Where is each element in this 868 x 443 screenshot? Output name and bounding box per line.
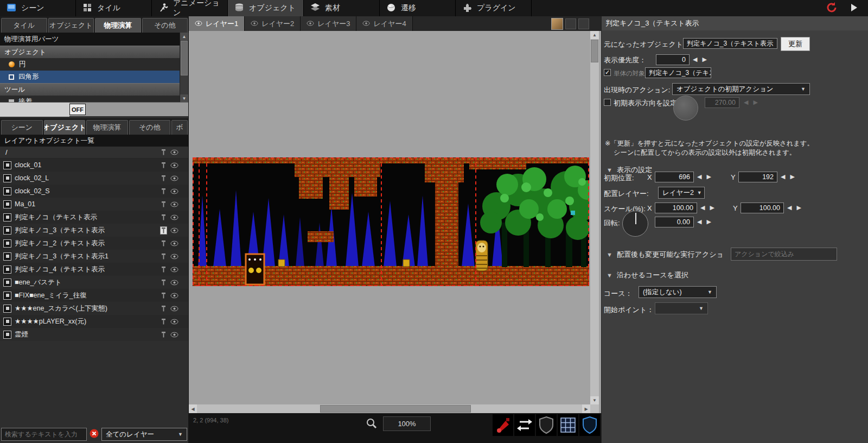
physics-item-circle[interactable]: 円 xyxy=(0,58,180,71)
eye-icon[interactable] xyxy=(170,332,178,338)
physics-scrollbar[interactable]: ▲ ▼ xyxy=(180,33,188,102)
scroll-left-icon[interactable]: ◀ xyxy=(189,404,197,413)
eye-icon[interactable] xyxy=(170,241,178,246)
menu-tab-animation[interactable]: アニメーション xyxy=(152,0,228,16)
list-item[interactable]: ■FIX■ene_ミイラ_往復 xyxy=(0,289,188,302)
menu-tab-object[interactable]: オブジェクト xyxy=(228,0,304,16)
layer-tab-2[interactable]: レイヤー2 xyxy=(245,16,301,31)
tab-physics[interactable]: 物理演算 xyxy=(95,18,141,33)
eye-icon[interactable] xyxy=(170,293,178,299)
scrollbar-thumb[interactable] xyxy=(181,41,188,75)
spin-left-icon[interactable]: ◀ xyxy=(693,56,697,63)
tab-object-list[interactable]: オブジェクト xyxy=(44,120,86,135)
eye-icon[interactable] xyxy=(170,280,178,286)
action-filter-input[interactable] xyxy=(731,248,837,261)
eye-icon[interactable] xyxy=(170,162,178,168)
eye-icon[interactable] xyxy=(170,214,178,220)
shield-tool-icon[interactable] xyxy=(536,414,557,436)
pin-icon[interactable] xyxy=(161,266,167,273)
zoom-magnifier-icon[interactable] xyxy=(366,417,378,431)
priority-value[interactable]: 0 xyxy=(656,54,690,65)
vertical-scrollbar[interactable]: ▲ ▼ xyxy=(590,31,599,404)
shield-blue-tool-icon[interactable] xyxy=(579,414,600,436)
list-item[interactable]: ★★★ene_スカラベ(上下実態) xyxy=(0,302,188,315)
layer-visibility-icon[interactable] xyxy=(251,20,258,28)
scroll-right-icon[interactable]: ▶ xyxy=(582,404,590,413)
eye-icon[interactable] xyxy=(170,227,178,233)
scrollbar-thumb[interactable] xyxy=(591,40,598,62)
eye-icon[interactable] xyxy=(170,149,178,155)
tab-clipped[interactable]: ボ xyxy=(171,120,188,135)
pin-icon[interactable] xyxy=(161,292,167,299)
initial-direction-checkbox[interactable] xyxy=(604,99,611,106)
menu-tab-material[interactable]: 素材 xyxy=(304,0,380,16)
eye-icon[interactable] xyxy=(170,175,178,181)
tab-other-list[interactable]: その他 xyxy=(129,120,171,135)
eye-icon[interactable] xyxy=(170,306,178,312)
scroll-up-icon[interactable]: ▲ xyxy=(590,31,599,39)
pin-icon[interactable] xyxy=(161,201,167,208)
spin-right-icon[interactable]: ▶ xyxy=(702,56,706,63)
physics-item-glue[interactable]: 接着 xyxy=(0,96,180,102)
zoom-level[interactable]: 100% xyxy=(383,416,431,431)
pin-icon[interactable] xyxy=(161,162,167,169)
spin-right-icon[interactable]: ▶ xyxy=(706,218,711,225)
list-item[interactable]: 判定キノコ_3（テキスト表示1 xyxy=(0,250,188,263)
pin-icon[interactable] xyxy=(161,305,167,312)
list-item[interactable]: clock_01 xyxy=(0,159,188,172)
eye-icon[interactable] xyxy=(170,254,178,260)
eye-icon[interactable] xyxy=(170,188,178,194)
transform-tool-icon[interactable] xyxy=(514,414,535,436)
pin-icon[interactable] xyxy=(161,227,167,234)
physics-off-toggle[interactable]: OFF xyxy=(69,104,86,115)
canvas-tool-icon[interactable] xyxy=(565,18,576,29)
scrollbar-thumb[interactable] xyxy=(320,405,471,413)
layer-filter-dropdown[interactable]: 全てのレイヤー ▼ xyxy=(101,428,187,441)
section-collapse-icon[interactable]: ▼ xyxy=(607,272,612,279)
group-tool[interactable]: ツール xyxy=(0,83,180,96)
placement-layer-dropdown[interactable]: レイヤー2 ▼ xyxy=(658,187,705,199)
menu-tab-plugin[interactable]: プラグイン xyxy=(456,0,532,16)
group-object[interactable]: オブジェクト xyxy=(0,46,180,58)
scale-x-value[interactable]: 100.00 xyxy=(655,202,697,213)
spin-right-icon[interactable]: ▶ xyxy=(706,173,711,180)
position-x-value[interactable]: 696 xyxy=(655,172,694,182)
direction-dial[interactable] xyxy=(673,96,698,121)
list-item[interactable]: 判定キノコ（テキスト表示 xyxy=(0,211,188,224)
position-y-value[interactable]: 192 xyxy=(738,172,777,182)
list-item[interactable]: clock_02_S xyxy=(0,185,188,198)
clear-search-icon[interactable] xyxy=(90,429,99,440)
tab-object[interactable]: オブジェクト xyxy=(48,18,94,33)
scroll-down-icon[interactable]: ▼ xyxy=(590,396,599,404)
layer-visibility-icon[interactable] xyxy=(362,20,370,28)
play-icon[interactable] xyxy=(848,2,859,15)
start-point-dropdown[interactable]: ▼ xyxy=(655,302,708,314)
spin-right-icon[interactable]: ▶ xyxy=(710,204,714,211)
pin-icon[interactable] xyxy=(161,214,167,221)
spin-right-icon[interactable]: ▶ xyxy=(790,173,794,180)
list-item[interactable]: 霊煙 xyxy=(0,328,188,341)
eye-icon[interactable] xyxy=(170,267,178,273)
menu-tab-transition[interactable]: 遷移 xyxy=(380,0,456,16)
section-collapse-icon[interactable]: ▼ xyxy=(607,251,612,258)
pin-icon[interactable] xyxy=(161,175,167,182)
layer-tab-1[interactable]: レイヤー1 xyxy=(189,16,245,31)
pin-icon[interactable] xyxy=(161,253,167,260)
tab-other[interactable]: その他 xyxy=(142,18,188,33)
pin-icon[interactable] xyxy=(161,188,167,195)
canvas-tool-icon[interactable] xyxy=(578,18,589,29)
layer-tab-3[interactable]: レイヤー3 xyxy=(301,16,356,31)
grid-tool-icon[interactable] xyxy=(558,414,578,436)
list-item[interactable]: Ma_01 xyxy=(0,198,188,211)
scroll-up-icon[interactable]: ▲ xyxy=(180,33,188,40)
update-button[interactable]: 更新 xyxy=(781,37,810,51)
list-item[interactable]: ★★★★pLAYER_xx(元) xyxy=(0,315,188,328)
refresh-icon[interactable] xyxy=(825,1,838,16)
section-collapse-icon[interactable]: ▼ xyxy=(607,167,612,173)
search-input[interactable] xyxy=(1,428,87,441)
horizontal-scrollbar[interactable]: ◀ ▶ xyxy=(189,404,590,413)
physics-item-rectangle[interactable]: 四角形 xyxy=(0,71,180,83)
spray-tool-icon[interactable] xyxy=(493,414,513,436)
menu-tab-scene[interactable]: シーン xyxy=(0,0,76,16)
layer-tab-4[interactable]: レイヤー4 xyxy=(356,16,412,31)
